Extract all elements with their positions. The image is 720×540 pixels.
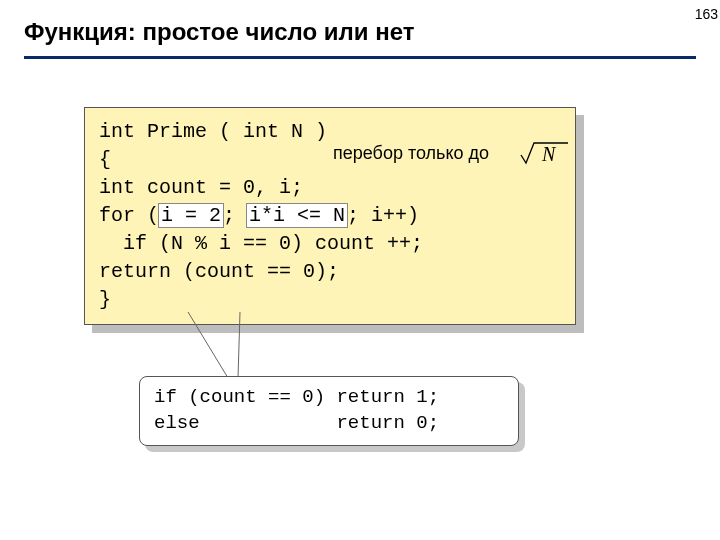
- title-block: Функция: простое число или нет: [0, 0, 720, 65]
- code-listing: int Prime ( int N ) { int count = 0, i; …: [99, 118, 561, 314]
- code-line-1: int Prime ( int N ): [99, 120, 327, 143]
- callout-code: if (count == 0) return 1; else return 0;: [154, 385, 504, 436]
- code-line-7: }: [99, 288, 111, 311]
- code-line-5: if (N % i == 0) count ++;: [99, 232, 423, 255]
- annotation-text: перебор только до: [333, 143, 489, 164]
- callout-line-1: if (count == 0) return 1;: [154, 386, 439, 408]
- code-line-4b: ;: [223, 204, 247, 227]
- code-hl-cond: i*i <= N: [247, 204, 347, 227]
- slide-title: Функция: простое число или нет: [24, 18, 696, 52]
- code-hl-init: i = 2: [159, 204, 223, 227]
- code-line-4c: ; i++): [347, 204, 419, 227]
- code-line-2: {: [99, 148, 111, 171]
- title-underline: [24, 56, 696, 59]
- page-number: 163: [695, 6, 718, 22]
- callout-line-2: else return 0;: [154, 412, 439, 434]
- code-line-4a: for (: [99, 204, 159, 227]
- code-box: int Prime ( int N ) { int count = 0, i; …: [84, 107, 576, 325]
- sqrt-n-icon: N: [520, 141, 570, 165]
- code-line-3: int count = 0, i;: [99, 176, 303, 199]
- content-area: int Prime ( int N ) { int count = 0, i; …: [0, 65, 720, 515]
- callout-box: if (count == 0) return 1; else return 0;: [139, 376, 519, 446]
- sqrt-n-label: N: [541, 143, 557, 165]
- code-line-6: return (count == 0);: [99, 260, 339, 283]
